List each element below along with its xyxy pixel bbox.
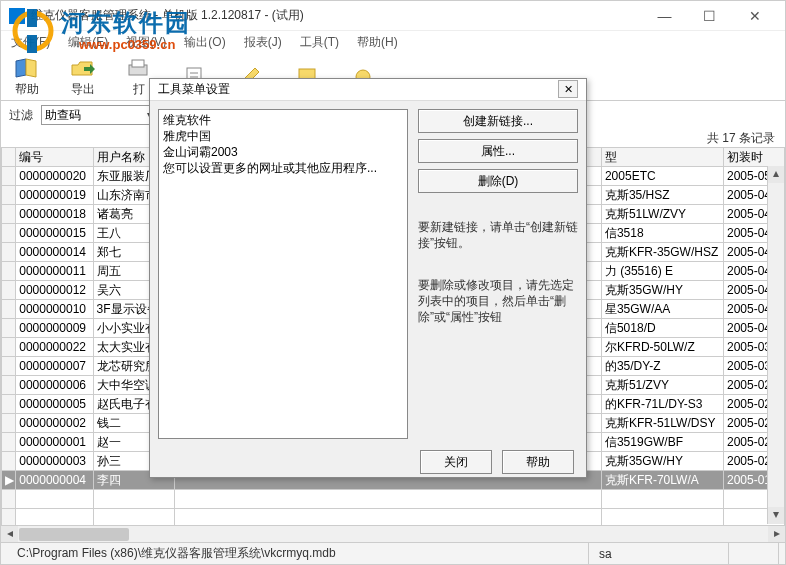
scroll-down-icon[interactable]: ▾ bbox=[768, 507, 784, 524]
dialog-close-btn[interactable]: 关闭 bbox=[420, 450, 492, 474]
minimize-button[interactable]: — bbox=[642, 4, 687, 28]
properties-button[interactable]: 属性... bbox=[418, 139, 578, 163]
list-item[interactable]: 维克软件 bbox=[163, 112, 403, 128]
menubar: 文件(F) 编辑(E) 视图(V) 输出(O) 报表(J) 工具(T) 帮助(H… bbox=[1, 31, 785, 53]
dialog-titlebar[interactable]: 工具菜单设置 ✕ bbox=[150, 79, 586, 101]
menu-edit[interactable]: 编辑(E) bbox=[64, 32, 112, 53]
status-path: C:\Program Files (x86)\维克仪器客服管理系统\vkcrmy… bbox=[7, 543, 589, 564]
toolbar-help-button[interactable]: 帮助 bbox=[7, 55, 47, 98]
horizontal-scrollbar[interactable]: ◂ ▸ bbox=[1, 525, 785, 542]
scroll-right-icon[interactable]: ▸ bbox=[768, 526, 785, 543]
status-extra bbox=[729, 543, 779, 564]
folder-export-icon bbox=[70, 55, 96, 81]
scroll-up-icon[interactable]: ▴ bbox=[768, 166, 784, 183]
menu-view[interactable]: 视图(V) bbox=[122, 32, 170, 53]
delete-button[interactable]: 删除(D) bbox=[418, 169, 578, 193]
toolbar-export-button[interactable]: 导出 bbox=[63, 55, 103, 98]
statusbar: C:\Program Files (x86)\维克仪器客服管理系统\vkcrmy… bbox=[1, 542, 785, 564]
menu-file[interactable]: 文件(F) bbox=[7, 32, 54, 53]
scrollbar-thumb[interactable] bbox=[19, 528, 129, 541]
maximize-button[interactable]: ☐ bbox=[687, 4, 732, 28]
status-user: sa bbox=[589, 543, 729, 564]
list-item[interactable]: 您可以设置更多的网址或其他应用程序... bbox=[163, 160, 403, 176]
menu-help[interactable]: 帮助(H) bbox=[353, 32, 402, 53]
svg-rect-4 bbox=[132, 60, 144, 67]
scroll-left-icon[interactable]: ◂ bbox=[1, 526, 18, 543]
hint-text-1: 要新建链接，请单击“创建新链接”按钮。 bbox=[418, 219, 578, 251]
col-id[interactable]: 编号 bbox=[16, 148, 93, 167]
table-row bbox=[2, 490, 785, 509]
menu-tools[interactable]: 工具(T) bbox=[296, 32, 343, 53]
app-icon bbox=[9, 8, 25, 24]
filter-column-combo[interactable]: 助查码 ▾ bbox=[41, 105, 161, 125]
new-link-button[interactable]: 创建新链接... bbox=[418, 109, 578, 133]
dialog-title: 工具菜单设置 bbox=[158, 81, 558, 98]
list-item[interactable]: 金山词霸2003 bbox=[163, 144, 403, 160]
help-book-icon bbox=[14, 55, 40, 81]
col-model[interactable]: 型 bbox=[601, 148, 723, 167]
menu-output[interactable]: 输出(O) bbox=[180, 32, 229, 53]
hint-text-2: 要删除或修改项目，请先选定列表中的项目，然后单击“删除”或“属性”按钮 bbox=[418, 277, 578, 325]
window-titlebar: 维克仪器客服管理系统 - 单机版 1.2.120817 - (试用) — ☐ ✕ bbox=[1, 1, 785, 31]
close-button[interactable]: ✕ bbox=[732, 4, 777, 28]
list-item[interactable]: 雅虎中国 bbox=[163, 128, 403, 144]
tools-menu-settings-dialog: 工具菜单设置 ✕ 维克软件 雅虎中国 金山词霸2003 您可以设置更多的网址或其… bbox=[149, 78, 587, 478]
col-date[interactable]: 初装时 bbox=[723, 148, 784, 167]
window-title: 维克仪器客服管理系统 - 单机版 1.2.120817 - (试用) bbox=[31, 7, 642, 24]
row-header bbox=[2, 148, 16, 167]
menu-report[interactable]: 报表(J) bbox=[240, 32, 286, 53]
vertical-scrollbar[interactable]: ▴ ▾ bbox=[767, 166, 784, 524]
links-listbox[interactable]: 维克软件 雅虎中国 金山词霸2003 您可以设置更多的网址或其他应用程序... bbox=[158, 109, 408, 439]
dialog-help-btn[interactable]: 帮助 bbox=[502, 450, 574, 474]
dialog-close-button[interactable]: ✕ bbox=[558, 80, 578, 98]
filter-label: 过滤 bbox=[9, 107, 33, 124]
